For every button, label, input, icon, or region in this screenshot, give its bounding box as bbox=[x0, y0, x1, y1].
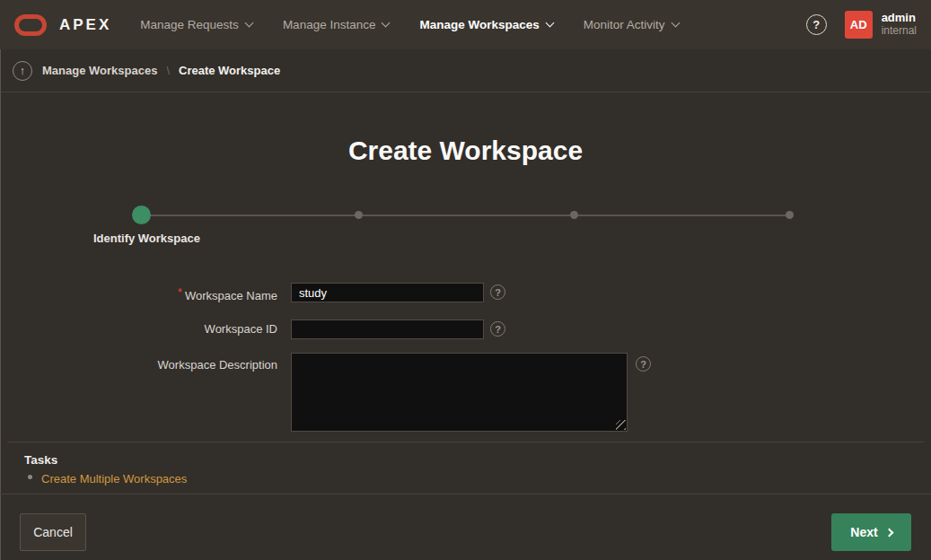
workspace-description-label: Workspace Description bbox=[0, 358, 277, 372]
chevron-down-icon bbox=[244, 19, 253, 28]
user-menu[interactable]: admin internal bbox=[882, 12, 917, 38]
tasks-divider bbox=[7, 442, 924, 442]
breadcrumb-manage-workspaces[interactable]: Manage Workspaces bbox=[42, 64, 157, 77]
up-arrow-icon[interactable]: ↑ bbox=[13, 61, 32, 81]
nav-manage-requests[interactable]: Manage Requests bbox=[140, 18, 252, 31]
left-edge-divider bbox=[0, 49, 1, 560]
chevron-right-icon bbox=[884, 528, 893, 537]
user-name: admin bbox=[882, 12, 917, 25]
workspace-id-help-icon[interactable]: ? bbox=[490, 321, 505, 337]
wizard-progress-track bbox=[142, 214, 789, 216]
page-title: Create Workspace bbox=[0, 136, 931, 166]
workspace-description-help-icon[interactable]: ? bbox=[636, 356, 651, 372]
apex-logo-text[interactable]: APEX bbox=[59, 16, 111, 34]
workspace-id-input[interactable] bbox=[291, 319, 484, 339]
breadcrumb-create-workspace: Create Workspace bbox=[179, 64, 280, 77]
bullet-icon bbox=[28, 475, 32, 479]
user-avatar[interactable]: AD bbox=[845, 11, 873, 39]
nav-monitor-activity[interactable]: Monitor Activity bbox=[584, 18, 679, 31]
workspace-name-help-icon[interactable]: ? bbox=[490, 284, 505, 300]
nav-manage-workspaces[interactable]: Manage Workspaces bbox=[419, 18, 552, 31]
nav-label: Monitor Activity bbox=[584, 18, 665, 31]
chevron-down-icon bbox=[671, 19, 680, 28]
nav-label: Manage Requests bbox=[140, 18, 239, 31]
wizard-step-dot bbox=[570, 211, 578, 219]
user-realm: internal bbox=[882, 25, 917, 38]
cancel-button[interactable]: Cancel bbox=[20, 513, 86, 551]
wizard-step-dot-current bbox=[132, 206, 151, 224]
workspace-name-input[interactable] bbox=[291, 283, 484, 302]
top-right-controls: ? AD admin internal bbox=[806, 11, 917, 39]
workspace-description-textarea[interactable] bbox=[291, 353, 628, 432]
wizard-step-dot bbox=[355, 211, 363, 219]
nav-label: Manage Workspaces bbox=[419, 18, 539, 31]
next-button[interactable]: Next bbox=[831, 513, 911, 551]
chevron-down-icon bbox=[545, 19, 554, 28]
required-marker: * bbox=[178, 285, 182, 299]
breadcrumb: ↑ Manage Workspaces \ Create Workspace bbox=[0, 49, 931, 92]
nav-manage-instance[interactable]: Manage Instance bbox=[283, 18, 390, 31]
top-nav-menu: Manage Requests Manage Instance Manage W… bbox=[140, 18, 708, 31]
help-icon[interactable]: ? bbox=[806, 14, 827, 35]
tasks-heading: Tasks bbox=[24, 453, 57, 467]
footer-divider bbox=[0, 494, 931, 494]
create-multiple-workspaces-link[interactable]: Create Multiple Workspaces bbox=[41, 472, 187, 486]
chevron-down-icon bbox=[382, 19, 391, 28]
wizard-step-dot bbox=[786, 211, 794, 219]
breadcrumb-separator: \ bbox=[166, 64, 170, 77]
workspace-id-label: Workspace ID bbox=[0, 322, 277, 336]
wizard-step-label: Identify Workspace bbox=[93, 232, 200, 245]
next-button-label: Next bbox=[850, 525, 877, 539]
top-navigation-bar: APEX Manage Requests Manage Instance Man… bbox=[0, 0, 931, 49]
nav-label: Manage Instance bbox=[283, 18, 376, 31]
workspace-name-label: *Workspace Name bbox=[0, 285, 277, 302]
create-workspace-page: APEX Manage Requests Manage Instance Man… bbox=[0, 0, 931, 560]
oracle-logo-icon bbox=[14, 14, 47, 36]
